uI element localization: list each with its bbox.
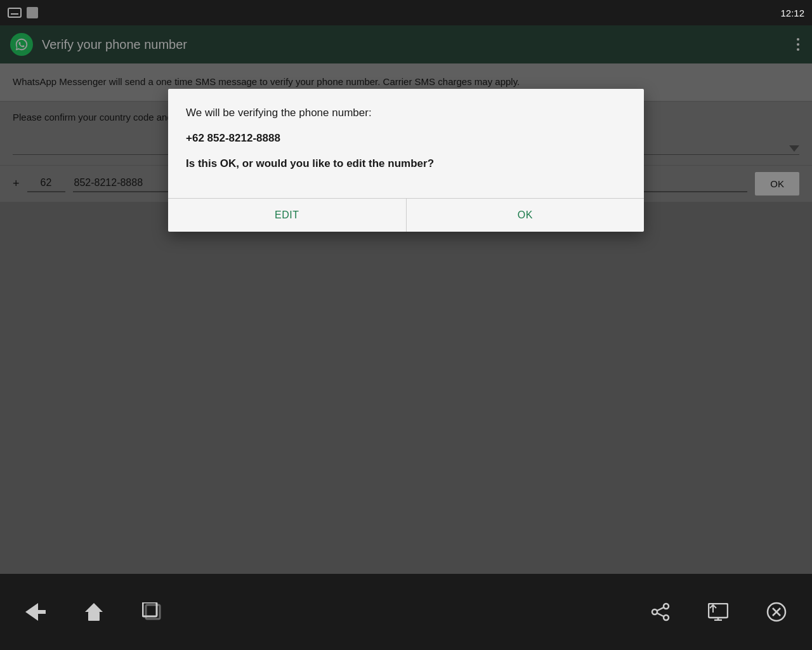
svg-rect-3 xyxy=(88,612,100,621)
status-bar: 12:12 xyxy=(0,0,812,25)
status-bar-time: 12:12 xyxy=(780,8,804,18)
share-icon xyxy=(651,602,670,621)
app-container: Verify your phone number WhatsApp Messen… xyxy=(0,25,812,574)
back-arrow-icon xyxy=(25,603,46,621)
navigation-bar xyxy=(0,574,812,650)
dialog-overlay: We will be verifying the phone number: +… xyxy=(0,25,812,574)
notification-icon xyxy=(27,7,38,18)
status-bar-left xyxy=(8,7,38,18)
close-button[interactable] xyxy=(766,602,787,622)
dialog-phone-number: +62 852-8212-8888 xyxy=(186,132,626,145)
close-icon xyxy=(766,602,787,622)
svg-point-8 xyxy=(664,615,669,620)
svg-rect-1 xyxy=(38,610,46,614)
dialog-question: Is this OK, or would you like to edit th… xyxy=(186,157,626,170)
screen-icon xyxy=(708,603,728,621)
svg-marker-2 xyxy=(85,603,103,612)
dialog-content: We will be verifying the phone number: +… xyxy=(168,89,644,185)
back-button[interactable] xyxy=(25,602,46,622)
edit-button[interactable]: Edit xyxy=(168,199,407,232)
svg-marker-0 xyxy=(25,603,38,621)
home-button[interactable] xyxy=(84,602,104,622)
nav-left xyxy=(25,602,162,622)
svg-line-10 xyxy=(657,613,664,616)
dialog-title: We will be verifying the phone number: xyxy=(186,107,626,119)
share-button[interactable] xyxy=(651,602,670,622)
recents-button[interactable] xyxy=(142,602,162,622)
keyboard-icon xyxy=(8,8,22,18)
screen-button[interactable] xyxy=(708,602,728,622)
svg-point-6 xyxy=(664,604,669,609)
home-icon xyxy=(84,602,104,622)
recents-icon xyxy=(142,602,162,621)
svg-line-9 xyxy=(657,607,664,611)
svg-point-7 xyxy=(652,609,657,614)
dialog-actions: Edit OK xyxy=(168,199,644,232)
confirmation-dialog: We will be verifying the phone number: +… xyxy=(168,89,644,232)
dialog-ok-button[interactable]: OK xyxy=(407,199,645,232)
nav-right xyxy=(651,602,787,622)
